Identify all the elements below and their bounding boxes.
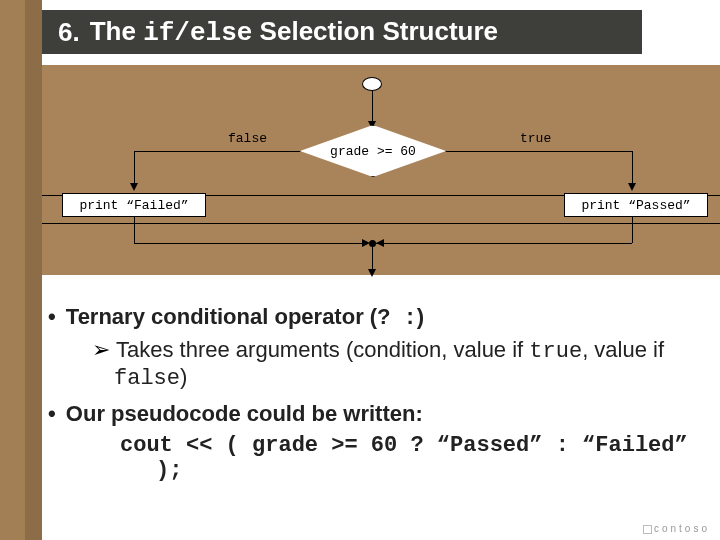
slide-number: 6. — [58, 17, 80, 48]
arrow-down-icon — [368, 269, 376, 277]
branch-label-false: false — [228, 131, 267, 146]
bullet-pseudocode: • Our pseudocode could be written: — [48, 401, 720, 427]
decision-diamond: grade >= 60 — [300, 125, 446, 177]
flowchart-start — [362, 77, 382, 91]
action-box-failed: print “Failed” — [62, 193, 206, 217]
action-box-label: print “Passed” — [581, 198, 690, 213]
flowchart-connector — [446, 151, 632, 152]
flowchart-connector — [134, 243, 368, 244]
bullet-text: ) — [417, 304, 424, 329]
flowchart-connector — [134, 151, 300, 152]
left-decoration-stripe — [0, 0, 42, 540]
flowchart-diagram: grade >= 60 false true print “Failed” pr… — [42, 65, 720, 275]
flowchart-connector — [632, 151, 633, 187]
arrow-left-icon — [376, 239, 384, 247]
bullet-text: Ternary conditional operator ( — [66, 304, 377, 329]
flowchart-connector — [376, 243, 632, 244]
bullet-ternary-operator: • Ternary conditional operator (? :) — [48, 304, 720, 331]
bullet-text: Our pseudocode could be written: — [66, 401, 423, 426]
title-code: if/else — [143, 18, 252, 48]
slide-title-bar: 6. The if/else Selection Structure — [42, 10, 642, 54]
flowchart-connector — [632, 217, 633, 243]
flowchart-merge — [369, 240, 376, 247]
slide-body: • Ternary conditional operator (? :) ➢Ta… — [42, 300, 720, 483]
sub-text: ) — [180, 364, 187, 389]
action-box-passed: print “Passed” — [564, 193, 708, 217]
inline-code: ? : — [377, 306, 417, 331]
title-post: Selection Structure — [260, 16, 498, 46]
code-example: cout << ( grade >= 60 ? “Passed” : “Fail… — [120, 433, 720, 483]
decision-condition: grade >= 60 — [330, 144, 416, 159]
arrow-down-icon — [130, 183, 138, 191]
sub-bullet-arguments: ➢Takes three arguments (condition, value… — [92, 337, 720, 391]
action-box-label: print “Failed” — [79, 198, 188, 213]
branch-label-true: true — [520, 131, 551, 146]
horizontal-rule — [42, 223, 720, 224]
brand-logo: contoso — [643, 523, 710, 534]
bullet-icon: • — [48, 401, 56, 426]
inline-code: true — [529, 339, 582, 364]
flowchart-connector — [372, 91, 373, 125]
logo-text: contoso — [654, 523, 710, 534]
flowchart-connector — [134, 217, 135, 243]
logo-square-icon — [643, 525, 652, 534]
sub-text: , value if — [582, 337, 664, 362]
sub-text: Takes three arguments (condition, value … — [116, 337, 529, 362]
arrow-down-icon — [628, 183, 636, 191]
slide-title: The if/else Selection Structure — [90, 16, 498, 48]
bullet-icon: • — [48, 304, 56, 329]
title-pre: The — [90, 16, 136, 46]
inline-code: false — [114, 366, 180, 391]
triangle-bullet-icon: ➢ — [92, 337, 110, 362]
flowchart-connector — [134, 151, 135, 187]
